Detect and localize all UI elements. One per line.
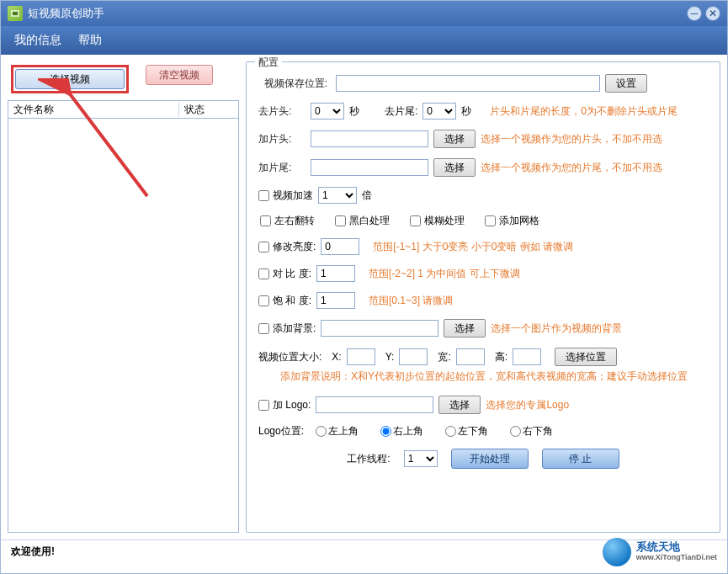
flip-checkbox[interactable] [260, 215, 271, 226]
pos-x-label: X: [332, 351, 341, 363]
welcome-text: 欢迎使用! [11, 545, 55, 559]
bw-checkbox[interactable] [335, 215, 346, 226]
logo-checkbox[interactable] [258, 400, 269, 411]
bg-hint: 选择一个图片作为视频的背景 [491, 322, 622, 336]
menu-help[interactable]: 帮助 [78, 33, 102, 48]
brand-text: 系统天地 www.XiTongTianDi.net [636, 541, 717, 561]
bw-checkbox-label[interactable]: 黑白处理 [335, 214, 390, 228]
brand-icon [603, 538, 631, 566]
brightness-checkbox-label[interactable]: 修改亮度: [258, 240, 316, 254]
speed-select[interactable]: 1 [318, 187, 357, 204]
saturation-input[interactable] [316, 292, 355, 309]
logo-pos-bl-label[interactable]: 左下角 [440, 424, 488, 438]
clear-video-button[interactable]: 清空视频 [146, 65, 213, 85]
logo-input[interactable] [316, 396, 433, 413]
grid-checkbox-label[interactable]: 添加网格 [485, 214, 539, 228]
grid-checkbox[interactable] [485, 215, 496, 226]
bg-checkbox[interactable] [258, 323, 269, 334]
row-brightness: 修改亮度: 范围[-1~1] 大于0变亮 小于0变暗 例如 请微调 [258, 238, 708, 255]
logo-hint: 选择您的专属Logo [486, 398, 569, 412]
add-tail-hint: 选择一个视频作为您的片尾，不加不用选 [481, 161, 662, 175]
brightness-checkbox[interactable] [258, 242, 269, 252]
stop-button[interactable]: 停 止 [542, 449, 619, 469]
save-path-label: 视频保存位置: [258, 77, 331, 91]
select-video-button[interactable]: 选择视频 [15, 69, 125, 89]
bg-input[interactable] [321, 320, 438, 337]
saturation-checkbox-label[interactable]: 饱 和 度: [258, 294, 311, 308]
brand-url: www.XiTongTianDi.net [636, 554, 717, 562]
contrast-checkbox-label[interactable]: 对 比 度: [258, 267, 311, 281]
logo-pos-br-label[interactable]: 右下角 [505, 424, 553, 438]
logo-pos-tl-label[interactable]: 左上角 [311, 424, 359, 438]
row-filters: 左右翻转 黑白处理 模糊处理 添加网格 [258, 214, 708, 228]
row-logo: 加 Logo: 选择 选择您的专属Logo [258, 396, 708, 414]
logo-pos-tr-radio[interactable] [380, 426, 391, 437]
logo-pos-tr-label[interactable]: 右上角 [375, 424, 423, 438]
start-button[interactable]: 开始处理 [451, 449, 529, 469]
row-save-path: 视频保存位置: 设置 [258, 74, 708, 93]
pos-y-input[interactable] [399, 348, 428, 365]
menu-my-info[interactable]: 我的信息 [14, 33, 61, 48]
flip-checkbox-label[interactable]: 左右翻转 [260, 214, 315, 228]
threads-label: 工作线程: [347, 452, 390, 466]
row-bg: 添加背景: 选择 选择一个图片作为视频的背景 [258, 319, 708, 337]
set-path-button[interactable]: 设置 [605, 74, 647, 93]
pos-h-label: 高: [495, 350, 507, 364]
brand-name: 系统天地 [636, 541, 717, 553]
contrast-input[interactable] [316, 265, 355, 282]
bg-checkbox-label[interactable]: 添加背景: [258, 322, 316, 336]
saturation-checkbox[interactable] [258, 295, 269, 306]
pos-label: 视频位置大小: [258, 350, 321, 364]
config-legend: 配置 [255, 56, 282, 70]
content-area: 选择视频 清空视频 文件名称 状态 配置 视频保存位置: 设置 去 [1, 55, 727, 539]
left-panel: 选择视频 清空视频 文件名称 状态 [8, 61, 239, 533]
logo-checkbox-label[interactable]: 加 Logo: [258, 398, 311, 412]
minimize-button[interactable]: ─ [687, 6, 702, 21]
speed-checkbox-label[interactable]: 视频加速 [258, 189, 313, 203]
blur-checkbox[interactable] [410, 215, 421, 226]
pos-w-input[interactable] [456, 348, 485, 365]
bg-choose-button[interactable]: 选择 [444, 319, 486, 337]
trim-tail-select[interactable]: 0 [422, 103, 456, 120]
choose-pos-button[interactable]: 选择位置 [555, 348, 617, 366]
trim-hint: 片头和片尾的长度，0为不删除片头或片尾 [490, 104, 678, 119]
speed-checkbox[interactable] [258, 190, 269, 201]
app-window: 短视频原创助手 ─ ✕ 我的信息 帮助 选择视频 清空视频 文件名称 状态 [0, 0, 728, 574]
trim-tail-label: 去片尾: [385, 104, 417, 119]
titlebar: 短视频原创助手 ─ ✕ [1, 1, 727, 26]
add-head-choose-button[interactable]: 选择 [433, 130, 476, 148]
threads-select[interactable]: 1 [404, 450, 438, 467]
row-saturation: 饱 和 度: 范围[0.1~3] 请微调 [258, 292, 708, 309]
trim-head-select[interactable]: 0 [311, 103, 344, 120]
row-bg-note: 添加背景说明：X和Y代表初步位置的起始位置，宽和高代表视频的宽高；建议手动选择位… [258, 369, 708, 384]
brightness-input[interactable] [321, 238, 359, 255]
seconds-label-2: 秒 [461, 104, 471, 119]
saturation-hint: 范围[0.1~3] 请微调 [369, 294, 453, 308]
left-buttons: 选择视频 清空视频 [8, 61, 239, 100]
row-logo-pos: Logo位置: 左上角 右上角 左下角 右下角 [258, 424, 708, 438]
close-button[interactable]: ✕ [705, 6, 720, 21]
statusbar: 欢迎使用! 系统天地 www.XiTongTianDi.net [1, 539, 727, 563]
logo-choose-button[interactable]: 选择 [438, 396, 481, 414]
logo-pos-br-radio[interactable] [510, 426, 521, 437]
blur-checkbox-label[interactable]: 模糊处理 [410, 214, 465, 228]
app-icon [8, 6, 23, 21]
brand-badge: 系统天地 www.XiTongTianDi.net [603, 538, 717, 566]
app-title: 短视频原创助手 [28, 6, 687, 21]
file-list-body[interactable] [8, 119, 239, 533]
select-video-highlight: 选择视频 [11, 65, 129, 93]
trim-head-label: 去片头: [258, 104, 306, 119]
svg-rect-1 [13, 12, 18, 15]
pos-h-input[interactable] [513, 348, 541, 365]
add-head-hint: 选择一个视频作为您的片头，不加不用选 [481, 132, 662, 146]
add-tail-input[interactable] [311, 159, 428, 176]
contrast-checkbox[interactable] [258, 268, 269, 279]
add-head-input[interactable] [311, 130, 428, 147]
file-list-header: 文件名称 状态 [8, 100, 239, 119]
logo-pos-tl-radio[interactable] [316, 426, 327, 437]
save-path-input[interactable] [336, 75, 600, 92]
pos-x-input[interactable] [347, 348, 375, 365]
logo-pos-bl-radio[interactable] [445, 426, 456, 437]
add-tail-choose-button[interactable]: 选择 [433, 158, 476, 177]
row-add-tail: 加片尾: 选择 选择一个视频作为您的片尾，不加不用选 [258, 158, 708, 177]
